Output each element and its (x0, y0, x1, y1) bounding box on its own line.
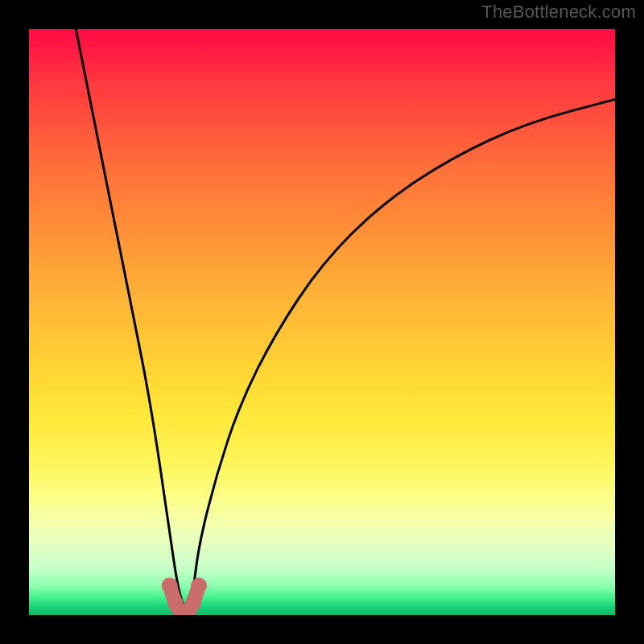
highlight-band (162, 578, 207, 615)
chart-plot-area (29, 29, 615, 615)
chart-frame: TheBottleneck.com (0, 0, 644, 644)
highlight-dot (185, 595, 201, 611)
bottleneck-curve (76, 29, 615, 609)
watermark-text: TheBottleneck.com (481, 2, 636, 23)
chart-svg (29, 29, 615, 615)
highlight-dot (191, 578, 207, 594)
highlight-dot (162, 578, 178, 594)
curve-path (76, 29, 615, 609)
